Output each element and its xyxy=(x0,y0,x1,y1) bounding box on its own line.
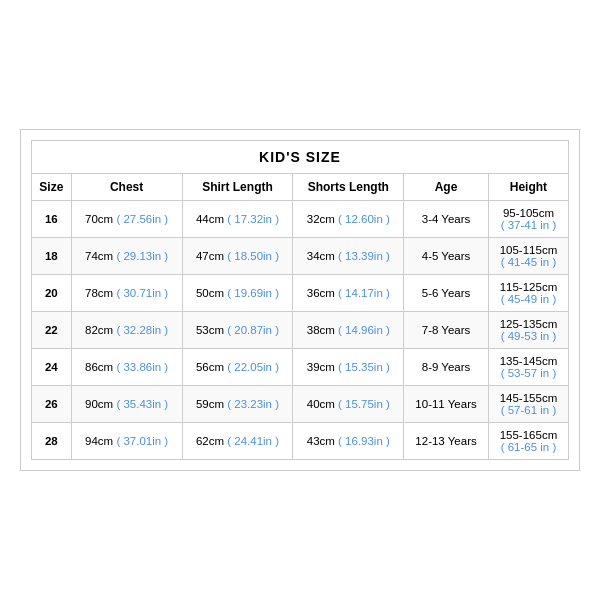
header-row: Size Chest Shirt Length Shorts Length Ag… xyxy=(32,174,569,201)
cell-age: 10-11 Years xyxy=(404,386,489,423)
cell-size: 20 xyxy=(32,275,72,312)
cell-shorts-length: 40cm ( 15.75in ) xyxy=(293,386,404,423)
cell-height: 125-135cm( 49-53 in ) xyxy=(488,312,568,349)
cell-shorts-length: 36cm ( 14.17in ) xyxy=(293,275,404,312)
cell-size: 16 xyxy=(32,201,72,238)
cell-shirt-length: 53cm ( 20.87in ) xyxy=(182,312,293,349)
cell-size: 22 xyxy=(32,312,72,349)
table-row: 26 90cm ( 35.43in ) 59cm ( 23.23in ) 40c… xyxy=(32,386,569,423)
col-shirt-length: Shirt Length xyxy=(182,174,293,201)
size-chart-wrapper: KID'S SIZE Size Chest Shirt Length Short… xyxy=(20,129,580,471)
cell-shirt-length: 44cm ( 17.32in ) xyxy=(182,201,293,238)
table-row: 28 94cm ( 37.01in ) 62cm ( 24.41in ) 43c… xyxy=(32,423,569,460)
table-row: 24 86cm ( 33.86in ) 56cm ( 22.05in ) 39c… xyxy=(32,349,569,386)
cell-height: 105-115cm( 41-45 in ) xyxy=(488,238,568,275)
cell-age: 12-13 Years xyxy=(404,423,489,460)
title-row: KID'S SIZE xyxy=(32,141,569,174)
cell-shirt-length: 62cm ( 24.41in ) xyxy=(182,423,293,460)
cell-shorts-length: 39cm ( 15.35in ) xyxy=(293,349,404,386)
col-age: Age xyxy=(404,174,489,201)
cell-shorts-length: 38cm ( 14.96in ) xyxy=(293,312,404,349)
cell-shirt-length: 59cm ( 23.23in ) xyxy=(182,386,293,423)
cell-chest: 78cm ( 30.71in ) xyxy=(71,275,182,312)
cell-shorts-length: 34cm ( 13.39in ) xyxy=(293,238,404,275)
table-body: 16 70cm ( 27.56in ) 44cm ( 17.32in ) 32c… xyxy=(32,201,569,460)
table-row: 20 78cm ( 30.71in ) 50cm ( 19.69in ) 36c… xyxy=(32,275,569,312)
cell-chest: 82cm ( 32.28in ) xyxy=(71,312,182,349)
col-size: Size xyxy=(32,174,72,201)
cell-size: 24 xyxy=(32,349,72,386)
cell-shirt-length: 56cm ( 22.05in ) xyxy=(182,349,293,386)
cell-size: 18 xyxy=(32,238,72,275)
table-row: 16 70cm ( 27.56in ) 44cm ( 17.32in ) 32c… xyxy=(32,201,569,238)
cell-chest: 86cm ( 33.86in ) xyxy=(71,349,182,386)
cell-age: 4-5 Years xyxy=(404,238,489,275)
cell-shorts-length: 43cm ( 16.93in ) xyxy=(293,423,404,460)
cell-age: 7-8 Years xyxy=(404,312,489,349)
cell-size: 26 xyxy=(32,386,72,423)
table-row: 22 82cm ( 32.28in ) 53cm ( 20.87in ) 38c… xyxy=(32,312,569,349)
cell-shirt-length: 50cm ( 19.69in ) xyxy=(182,275,293,312)
cell-chest: 74cm ( 29.13in ) xyxy=(71,238,182,275)
table-title: KID'S SIZE xyxy=(32,141,569,174)
cell-age: 5-6 Years xyxy=(404,275,489,312)
cell-height: 135-145cm( 53-57 in ) xyxy=(488,349,568,386)
cell-shorts-length: 32cm ( 12.60in ) xyxy=(293,201,404,238)
cell-height: 95-105cm( 37-41 in ) xyxy=(488,201,568,238)
table-row: 18 74cm ( 29.13in ) 47cm ( 18.50in ) 34c… xyxy=(32,238,569,275)
cell-age: 3-4 Years xyxy=(404,201,489,238)
cell-height: 115-125cm( 45-49 in ) xyxy=(488,275,568,312)
col-height: Height xyxy=(488,174,568,201)
cell-height: 155-165cm( 61-65 in ) xyxy=(488,423,568,460)
col-shorts-length: Shorts Length xyxy=(293,174,404,201)
cell-chest: 94cm ( 37.01in ) xyxy=(71,423,182,460)
cell-chest: 90cm ( 35.43in ) xyxy=(71,386,182,423)
cell-height: 145-155cm( 57-61 in ) xyxy=(488,386,568,423)
cell-size: 28 xyxy=(32,423,72,460)
cell-age: 8-9 Years xyxy=(404,349,489,386)
cell-shirt-length: 47cm ( 18.50in ) xyxy=(182,238,293,275)
col-chest: Chest xyxy=(71,174,182,201)
size-chart-table: KID'S SIZE Size Chest Shirt Length Short… xyxy=(31,140,569,460)
cell-chest: 70cm ( 27.56in ) xyxy=(71,201,182,238)
